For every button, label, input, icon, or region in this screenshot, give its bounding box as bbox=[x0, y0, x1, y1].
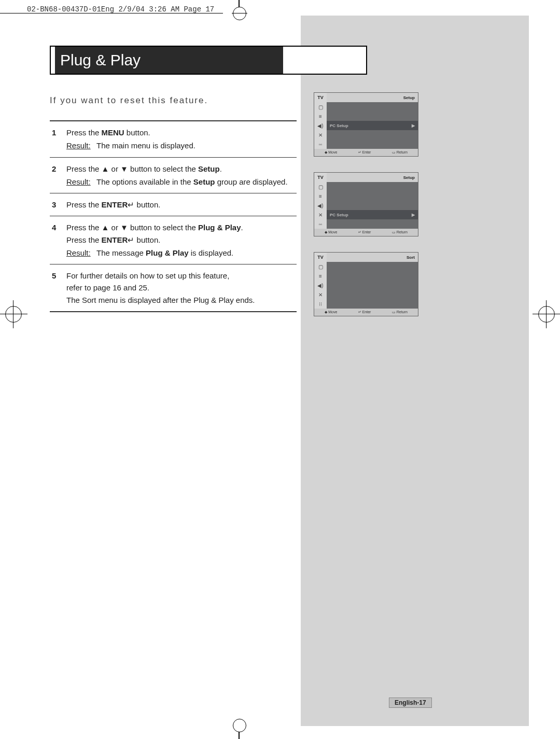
osd-help-bar: ◆ Move ↵ Enter ▭ Return bbox=[314, 229, 418, 236]
osd-tv-label: TV bbox=[314, 173, 327, 182]
crop-mark-bottom bbox=[232, 723, 247, 739]
step-row: 2 Press the ▲ or ▼ button to select the … bbox=[50, 158, 297, 194]
updown-icon: ◆ bbox=[325, 150, 327, 154]
crop-mark-right bbox=[538, 306, 555, 323]
step-number: 5 bbox=[52, 270, 66, 306]
channel-icon: ◀) bbox=[314, 121, 327, 130]
osd-title: Sort bbox=[327, 253, 418, 262]
step-number: 4 bbox=[52, 221, 66, 259]
sound-icon: ≡ bbox=[314, 111, 327, 121]
osd-sort: TVSort ▢ ≡ ◀) ✕ ⁝⁝ ◆ Move ↵ Enter ▭ Retu… bbox=[314, 252, 418, 316]
menu-icon: ▭ bbox=[392, 230, 396, 234]
pc-icon: ⁝⁝ bbox=[314, 299, 327, 309]
enter-icon: ↵ bbox=[358, 230, 361, 234]
title-box: Plug & Play bbox=[50, 46, 367, 75]
updown-icon: ◆ bbox=[325, 230, 327, 234]
step-number: 2 bbox=[52, 163, 66, 188]
result-label: Result: bbox=[66, 140, 96, 151]
osd-tv-label: TV bbox=[314, 253, 327, 262]
osd-item-pc-setup: PC Setup bbox=[330, 213, 348, 217]
osd-help-bar: ◆ Move ↵ Enter ▭ Return bbox=[314, 149, 418, 156]
step-body: Press the ▲ or ▼ button to select the Pl… bbox=[66, 221, 297, 259]
sound-icon: ≡ bbox=[314, 271, 327, 281]
chevron-right-icon: ▸ bbox=[412, 122, 415, 129]
step-number: 3 bbox=[52, 199, 66, 211]
step-row: 4 Press the ▲ or ▼ button to select the … bbox=[50, 216, 297, 264]
osd-tv-label: TV bbox=[314, 93, 327, 102]
result-label: Result: bbox=[66, 247, 96, 259]
osd-item-pc-setup: PC Setup bbox=[330, 123, 348, 128]
chevron-right-icon: ▸ bbox=[412, 211, 415, 218]
menu-icon: ▭ bbox=[392, 310, 396, 314]
picture-icon: ▢ bbox=[314, 262, 327, 271]
picture-icon: ▢ bbox=[314, 102, 327, 111]
pc-icon: ▫▫ bbox=[314, 140, 327, 149]
steps-list: 1 Press the MENU button. Result: The mai… bbox=[50, 120, 297, 312]
setup-icon: ✕ bbox=[314, 210, 327, 219]
step-body: Press the ENTER↵ button. bbox=[66, 199, 297, 211]
channel-icon: ◀) bbox=[314, 281, 327, 290]
crop-mark-left bbox=[5, 306, 22, 323]
sound-icon: ≡ bbox=[314, 191, 327, 201]
osd-title: Setup bbox=[327, 93, 418, 102]
step-body: Press the MENU button. Result: The main … bbox=[66, 127, 297, 152]
result-label: Result: bbox=[66, 176, 96, 188]
page-title: Plug & Play bbox=[55, 47, 283, 74]
enter-icon: ↵ bbox=[358, 310, 361, 314]
step-body: For further details on how to set up thi… bbox=[66, 270, 297, 306]
osd-title: Setup bbox=[327, 173, 418, 182]
page-number-badge: English-17 bbox=[389, 698, 432, 708]
osd-setup-1: TVSetup ▢ ≡ ◀)PC Setup▸ ✕ ▫▫ ◆ Move ↵ En… bbox=[314, 92, 418, 157]
enter-icon: ↵ bbox=[358, 150, 361, 154]
menu-icon: ▭ bbox=[392, 150, 396, 154]
crop-mark-top bbox=[232, 0, 247, 16]
picture-icon: ▢ bbox=[314, 182, 327, 191]
step-row: 3 Press the ENTER↵ button. bbox=[50, 193, 297, 216]
step-row: 1 Press the MENU button. Result: The mai… bbox=[50, 120, 297, 158]
osd-setup-2: TVSetup ▢ ≡ ◀) ✕PC Setup▸ ▫▫ ◆ Move ↵ En… bbox=[314, 172, 418, 236]
step-row: 5 For further details on how to set up t… bbox=[50, 264, 297, 312]
enter-icon: ↵ bbox=[128, 200, 134, 209]
enter-icon: ↵ bbox=[128, 235, 134, 244]
step-body: Press the ▲ or ▼ button to select the Se… bbox=[66, 163, 297, 188]
header-rule bbox=[0, 13, 223, 13]
pc-icon: ▫▫ bbox=[314, 219, 327, 229]
osd-screenshots: TVSetup ▢ ≡ ◀)PC Setup▸ ✕ ▫▫ ◆ Move ↵ En… bbox=[314, 92, 417, 332]
channel-icon: ◀) bbox=[314, 201, 327, 210]
step-number: 1 bbox=[52, 127, 66, 152]
setup-icon: ✕ bbox=[314, 130, 327, 140]
updown-icon: ◆ bbox=[325, 310, 327, 314]
setup-icon: ✕ bbox=[314, 290, 327, 299]
intro-text: If you want to reset this feature. bbox=[50, 95, 208, 106]
print-proof-header: 02-BN68-00437D-01Eng 2/9/04 3:26 AM Page… bbox=[27, 5, 214, 13]
osd-help-bar: ◆ Move ↵ Enter ▭ Return bbox=[314, 309, 418, 316]
